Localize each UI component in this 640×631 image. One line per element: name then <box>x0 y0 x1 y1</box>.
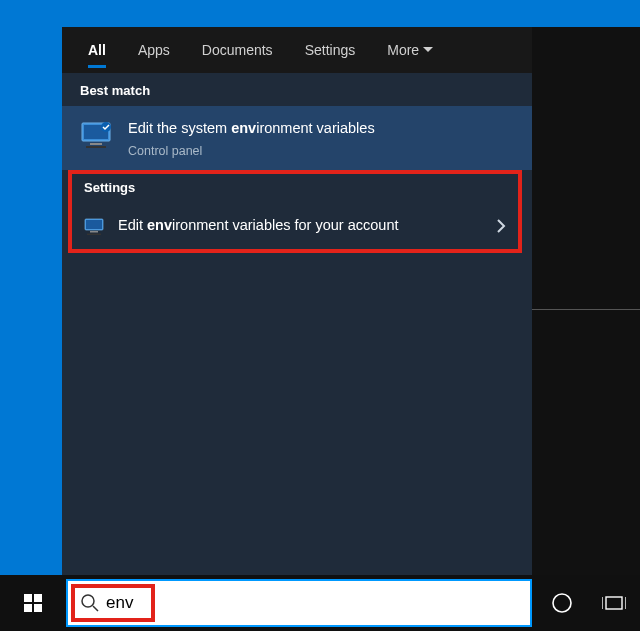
taskbar-search-box[interactable] <box>66 579 532 627</box>
svg-point-9 <box>82 595 94 607</box>
desktop-background-strip <box>0 27 62 575</box>
taskbar <box>0 575 640 631</box>
svg-rect-7 <box>90 231 98 233</box>
svg-rect-6 <box>86 220 102 229</box>
result-edit-user-env[interactable]: Edit environment variables for your acco… <box>72 203 518 249</box>
result-edit-system-env[interactable]: Edit the system environment variables Co… <box>62 106 532 170</box>
side-dark-panel <box>532 27 640 575</box>
section-settings: Settings <box>72 174 518 203</box>
title-post: ironment variables for your account <box>172 217 398 233</box>
cortana-circle-icon[interactable] <box>536 575 588 631</box>
monitor-icon <box>84 218 106 236</box>
tab-more[interactable]: More <box>371 30 449 70</box>
svg-rect-8 <box>87 233 101 235</box>
start-button[interactable] <box>0 575 66 631</box>
taskbar-right-icons <box>536 575 640 631</box>
svg-rect-3 <box>86 146 106 148</box>
svg-rect-12 <box>606 597 622 609</box>
task-view-icon[interactable] <box>588 575 640 631</box>
title-bold: env <box>147 217 172 233</box>
tab-documents[interactable]: Documents <box>186 30 289 70</box>
chevron-right-icon[interactable] <box>497 219 506 233</box>
tab-all[interactable]: All <box>72 30 122 70</box>
result-title: Edit environment variables for your acco… <box>118 215 485 237</box>
result-text-block: Edit environment variables for your acco… <box>118 215 485 237</box>
title-pre: Edit the system <box>128 120 231 136</box>
svg-rect-2 <box>90 143 102 145</box>
search-tabs: All Apps Documents Settings More <box>62 27 532 73</box>
search-input[interactable] <box>106 593 522 613</box>
tab-settings[interactable]: Settings <box>289 30 372 70</box>
tab-apps[interactable]: Apps <box>122 30 186 70</box>
svg-point-11 <box>553 594 571 612</box>
tab-more-label: More <box>387 42 419 58</box>
search-results-panel: All Apps Documents Settings More Best ma… <box>62 27 532 575</box>
title-post: ironment variables <box>256 120 374 136</box>
section-best-match: Best match <box>62 73 532 106</box>
result-subtitle: Control panel <box>128 144 516 158</box>
result-text-block: Edit the system environment variables Co… <box>128 118 516 158</box>
title-bold: env <box>231 120 256 136</box>
search-icon <box>80 593 100 613</box>
annotation-highlight-box: Settings Edit environment variables for … <box>68 170 522 253</box>
chevron-down-icon <box>423 47 433 53</box>
monitor-icon <box>80 121 116 149</box>
title-pre: Edit <box>118 217 147 233</box>
windows-logo-icon <box>24 594 42 612</box>
result-title: Edit the system environment variables <box>128 118 516 140</box>
svg-line-10 <box>93 606 98 611</box>
